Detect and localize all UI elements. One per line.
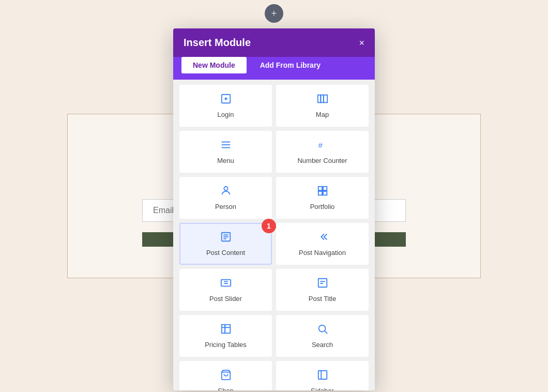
add-module-button[interactable]: + — [265, 4, 283, 23]
module-post-title-label: Post Title — [309, 295, 336, 303]
post-slider-icon — [220, 277, 232, 292]
search-icon — [317, 323, 328, 338]
svg-rect-11 — [318, 191, 322, 195]
module-portfolio[interactable]: Portfolio — [276, 177, 369, 219]
module-number-counter-label: Number Counter — [297, 157, 347, 164]
svg-rect-23 — [221, 325, 224, 334]
sidebar-icon — [317, 369, 328, 384]
modal-overlay: Insert Module × New Module Add From Libr… — [0, 0, 548, 392]
tab-add-from-library[interactable]: Add From Library — [249, 57, 332, 73]
insert-module-modal: Insert Module × New Module Add From Libr… — [173, 28, 375, 390]
svg-point-8 — [224, 187, 227, 190]
module-portfolio-label: Portfolio — [310, 203, 335, 210]
module-login-label: Login — [218, 111, 234, 118]
module-person-label: Person — [215, 203, 236, 210]
svg-rect-29 — [318, 371, 327, 380]
svg-rect-10 — [323, 187, 326, 190]
post-title-icon — [317, 277, 328, 292]
modules-grid: Login Map Menu — [173, 80, 375, 390]
module-shop-label: Shop — [218, 387, 233, 390]
module-post-content-label: Post Content — [206, 249, 245, 257]
post-content-badge: 1 — [262, 219, 276, 233]
pricing-tables-icon — [220, 323, 232, 338]
modal-header: Insert Module × — [173, 28, 375, 57]
module-pricing-tables[interactable]: Pricing Tables — [179, 315, 272, 357]
module-post-title[interactable]: Post Title — [276, 269, 369, 311]
svg-line-27 — [325, 331, 327, 334]
module-menu[interactable]: Menu — [179, 131, 272, 173]
module-sidebar-label: Sidebar — [311, 387, 334, 390]
module-post-slider-label: Post Slider — [209, 295, 242, 303]
tab-new-module[interactable]: New Module — [181, 57, 247, 73]
module-post-slider[interactable]: Post Slider — [179, 269, 272, 311]
menu-icon — [220, 139, 232, 154]
module-login[interactable]: Login — [179, 85, 272, 127]
module-person[interactable]: Person — [179, 177, 272, 219]
module-number-counter[interactable]: # Number Counter — [276, 131, 369, 173]
svg-rect-9 — [318, 187, 322, 190]
person-icon — [220, 185, 232, 200]
module-sidebar[interactable]: Sidebar — [276, 361, 369, 390]
svg-rect-24 — [225, 325, 230, 334]
module-search-label: Search — [312, 341, 333, 349]
module-post-navigation[interactable]: Post Navigation — [276, 223, 369, 265]
shop-icon — [220, 369, 232, 384]
modal-tabs: New Module Add From Library — [173, 57, 375, 80]
portfolio-icon — [317, 185, 328, 200]
login-icon — [220, 93, 232, 108]
modal-close-button[interactable]: × — [359, 38, 364, 48]
module-map-label: Map — [316, 111, 329, 118]
modal-title: Insert Module — [184, 37, 251, 49]
svg-rect-12 — [323, 191, 326, 195]
svg-text:#: # — [318, 141, 323, 149]
svg-rect-3 — [323, 95, 327, 103]
module-shop[interactable]: Shop — [179, 361, 272, 390]
number-counter-icon: # — [317, 139, 328, 154]
svg-point-26 — [318, 325, 325, 332]
module-map[interactable]: Map — [276, 85, 369, 127]
module-menu-label: Menu — [217, 157, 234, 164]
module-post-content[interactable]: 1 Post Content — [179, 223, 272, 265]
map-icon — [317, 93, 328, 108]
module-post-navigation-label: Post Navigation — [299, 249, 346, 257]
module-search[interactable]: Search — [276, 315, 369, 357]
module-pricing-tables-label: Pricing Tables — [205, 341, 247, 349]
post-navigation-icon — [317, 231, 328, 246]
post-content-icon — [220, 231, 232, 246]
